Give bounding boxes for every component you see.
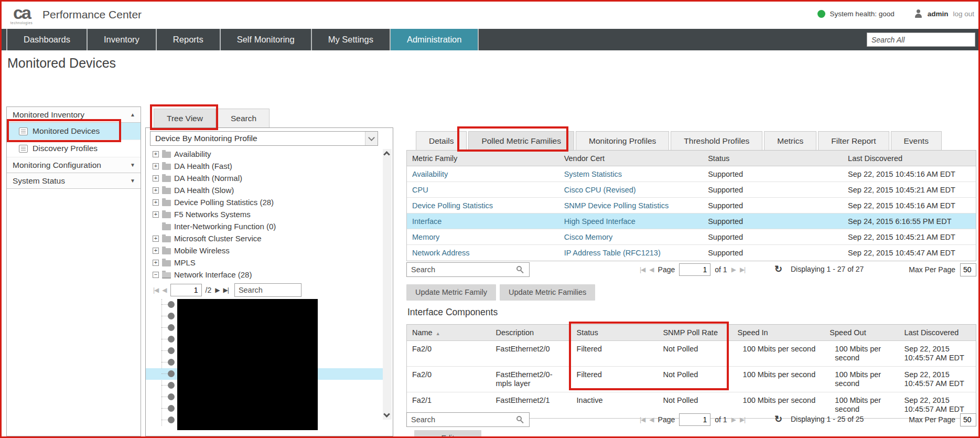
column-header-snmp-poll-rate[interactable]: SNMP Poll Rate (658, 325, 732, 340)
metric-family-row[interactable]: Network AddressIP Address Table (RFC1213… (407, 245, 976, 261)
metric-family-link[interactable]: Device Polling Statistics (407, 198, 559, 213)
column-header-speed-in[interactable]: Speed In (733, 325, 825, 340)
expand-icon[interactable]: + (153, 199, 159, 206)
tab-polled-metric-families[interactable]: Polled Metric Families (468, 131, 574, 150)
update-metric-families-button[interactable]: Update Metric Families (500, 284, 595, 301)
page-number-input[interactable] (679, 413, 710, 426)
expand-icon[interactable]: + (153, 175, 159, 181)
tab-monitoring-profiles[interactable]: Monitoring Profiles (576, 131, 669, 150)
tree-folder-inter-networking-function-0[interactable]: +Inter-Networking Function (0) (153, 220, 276, 232)
tree-folder-da-health-normal[interactable]: +DA Health (Normal) (153, 172, 276, 184)
refresh-icon[interactable]: ↻ (774, 413, 782, 425)
scroll-down-icon[interactable] (383, 411, 390, 418)
vendor-cert-link[interactable]: IP Address Table (RFC1213) (559, 245, 703, 261)
dropdown-button[interactable] (365, 132, 378, 145)
nav-tab-self-monitoring[interactable]: Self Monitoring (220, 29, 311, 50)
logout-link[interactable]: log out (953, 10, 974, 18)
tree-grouping-dropdown[interactable]: Device By Monitoring Profile (150, 131, 378, 146)
metric-family-row[interactable]: InterfaceHigh Speed InterfaceSupportedSe… (407, 213, 976, 229)
column-header-status[interactable]: Status (572, 325, 658, 340)
tree-folder-availability[interactable]: +Availability (153, 148, 276, 160)
metric-family-link[interactable]: Memory (407, 229, 559, 244)
last-page-button[interactable]: ▶| (740, 416, 745, 423)
tree-folder-da-health-fast[interactable]: +DA Health (Fast) (153, 160, 276, 172)
column-header-name[interactable]: Name▲ (407, 325, 490, 340)
sidebar-section-monitoring-configuration[interactable]: Monitoring Configuration▼ (7, 157, 141, 173)
vendor-cert-link[interactable]: System Statistics (559, 166, 703, 181)
global-search-input[interactable] (867, 33, 975, 47)
sidebar-item-monitored-devices[interactable]: Monitored Devices (7, 123, 141, 140)
tree-scrollbar[interactable] (383, 149, 392, 420)
tab-search[interactable]: Search (218, 109, 270, 127)
column-header-last-discovered[interactable]: Last Discovered (899, 325, 975, 340)
update-metric-family-button[interactable]: Update Metric Family (406, 284, 496, 301)
column-header-speed-out[interactable]: Speed Out (824, 325, 899, 340)
tree-folder-microsoft-cluster-service[interactable]: +Microsoft Cluster Service (153, 232, 276, 244)
tree-folder-mpls[interactable]: +MPLS (153, 257, 276, 269)
tree-folder-mobile-wireless[interactable]: +Mobile Wireless (153, 244, 276, 257)
interface-component-row[interactable]: Fa2/0FastEthernet2/0FilteredNot Polled10… (407, 341, 976, 367)
tree-page-input[interactable] (170, 284, 202, 296)
expand-icon[interactable]: + (153, 260, 159, 266)
nav-tab-inventory[interactable]: Inventory (87, 29, 156, 50)
metric-family-link[interactable]: CPU (407, 182, 559, 197)
column-header-metric-family[interactable]: Metric Family (407, 151, 559, 166)
metric-family-row[interactable]: AvailabilitySystem StatisticsSupportedSe… (407, 166, 976, 182)
next-page-button[interactable]: ▶ (215, 286, 219, 294)
table-search-input[interactable] (407, 413, 529, 426)
interface-component-row[interactable]: Fa2/0FastEthernet2/0-mpls layerFilteredN… (407, 367, 976, 392)
tab-threshold-profiles[interactable]: Threshold Profiles (671, 131, 762, 150)
metric-family-link[interactable]: Availability (407, 166, 559, 181)
tree-folder-device-polling-statistics-28[interactable]: +Device Polling Statistics (28) (153, 196, 276, 208)
expand-icon[interactable]: + (153, 163, 159, 169)
expand-icon[interactable]: + (153, 236, 159, 242)
column-header-description[interactable]: Description (490, 325, 571, 340)
refresh-icon[interactable]: ↻ (774, 263, 782, 275)
column-header-vendor-cert[interactable]: Vendor Cert (559, 151, 703, 166)
first-page-button[interactable]: |◀ (153, 286, 158, 294)
collapse-icon[interactable]: − (153, 272, 159, 278)
tab-metrics[interactable]: Metrics (764, 131, 816, 150)
vendor-cert-link[interactable]: High Speed Interface (559, 213, 703, 229)
nav-tab-reports[interactable]: Reports (156, 29, 220, 50)
sidebar-section-monitored-inventory[interactable]: Monitored Inventory▲ (7, 107, 141, 123)
prev-page-button[interactable]: ◀ (649, 416, 653, 423)
column-header-last-discovered[interactable]: Last Discovered (843, 151, 976, 166)
tab-tree-view[interactable]: Tree View (154, 109, 216, 127)
expand-icon[interactable]: + (153, 248, 159, 254)
max-per-page-input[interactable] (960, 413, 976, 426)
tree-search-input[interactable] (234, 283, 301, 297)
vendor-cert-link[interactable]: SNMP Device Polling Statistics (559, 198, 703, 213)
sidebar-section-system-status[interactable]: System Status▼ (7, 173, 141, 189)
last-page-button[interactable]: ▶| (223, 286, 229, 294)
max-per-page-input[interactable] (960, 263, 976, 276)
vendor-cert-link[interactable]: Cisco CPU (Revised) (559, 182, 703, 197)
tab-events[interactable]: Events (891, 131, 942, 150)
page-number-input[interactable] (679, 263, 710, 276)
next-page-button[interactable]: ▶ (731, 266, 736, 273)
metric-family-row[interactable]: CPUCisco CPU (Revised)SupportedSep 22, 2… (407, 182, 976, 198)
edit-button[interactable]: Edit (414, 430, 481, 436)
vendor-cert-link[interactable]: Cisco Memory (559, 229, 703, 244)
last-page-button[interactable]: ▶| (740, 266, 745, 273)
sidebar-item-discovery-profiles[interactable]: Discovery Profiles (7, 140, 141, 157)
scroll-up-icon[interactable] (383, 151, 390, 158)
tree-folder-f5-networks-systems[interactable]: +F5 Networks Systems (153, 208, 276, 220)
expand-icon[interactable]: + (153, 151, 159, 157)
first-page-button[interactable]: |◀ (640, 416, 645, 423)
table-search-input[interactable] (407, 263, 529, 276)
metric-family-link[interactable]: Network Address (407, 245, 559, 261)
nav-tab-my-settings[interactable]: My Settings (311, 29, 390, 50)
first-page-button[interactable]: |◀ (640, 266, 645, 273)
nav-tab-dashboards[interactable]: Dashboards (6, 29, 87, 50)
column-header-status[interactable]: Status (703, 151, 843, 166)
metric-family-row[interactable]: MemoryCisco MemorySupportedSep 22, 2015 … (407, 229, 976, 245)
tab-filter-report[interactable]: Filter Report (818, 131, 889, 150)
metric-family-link[interactable]: Interface (407, 213, 559, 229)
partial-edit-button[interactable]: Edit (414, 430, 481, 436)
tab-details[interactable]: Details (416, 131, 467, 150)
nav-tab-administration[interactable]: Administration (390, 29, 479, 50)
tree-folder-network-interface-28[interactable]: −Network Interface (28) (153, 269, 276, 281)
tree-folder-da-health-slow[interactable]: +DA Health (Slow) (153, 184, 276, 196)
metric-family-row[interactable]: Device Polling StatisticsSNMP Device Pol… (407, 198, 976, 213)
